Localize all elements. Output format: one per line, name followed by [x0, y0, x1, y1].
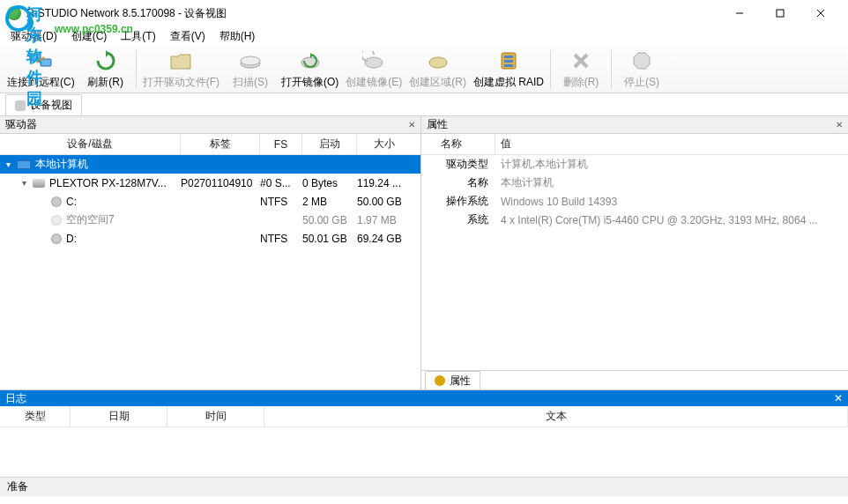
stop-label: 停止(S): [624, 75, 659, 90]
minimize-button[interactable]: [719, 0, 760, 26]
prop-val: Windows 10 Build 14393: [495, 196, 848, 208]
col-size[interactable]: 大小: [357, 134, 412, 154]
row-start: 0 Bytes: [302, 177, 357, 189]
tab-properties[interactable]: 属性: [425, 371, 480, 390]
open-drive-file-button[interactable]: 打开驱动文件(F): [139, 47, 223, 92]
tree-row-disk[interactable]: ▾PLEXTOR PX-128M7V... P02701104910 #0 S.…: [0, 174, 420, 192]
tab-device-view[interactable]: 设备视图: [5, 94, 82, 115]
create-region-button[interactable]: 创建区域(R): [405, 47, 470, 92]
prop-key: 名称: [421, 175, 495, 190]
prop-val: 本地计算机: [495, 175, 848, 190]
remove-button[interactable]: 删除(R): [554, 47, 608, 92]
toolbar-sep: [136, 50, 137, 89]
row-start: 50.01 GB: [302, 233, 357, 245]
app-icon: [7, 6, 21, 20]
properties-pane: 属性 ✕ 名称 值 驱动类型计算机,本地计算机 名称本地计算机 操作系统Wind…: [421, 116, 848, 389]
svg-point-10: [429, 57, 447, 68]
statusbar: 准备: [0, 477, 848, 496]
menu-drive[interactable]: 驱动器(D): [5, 27, 63, 46]
tree-root-local-computer[interactable]: ▾本地计算机: [0, 155, 420, 174]
col-device[interactable]: 设备/磁盘: [0, 134, 181, 154]
maximize-button[interactable]: [760, 0, 800, 26]
log-title: 日志: [5, 391, 26, 406]
drives-header: 驱动器 ✕: [0, 116, 420, 134]
scan-icon: [238, 48, 263, 73]
expander-icon[interactable]: ▾: [19, 178, 29, 188]
prop-key: 驱动类型: [421, 157, 495, 172]
main-tabstrip: 设备视图: [0, 93, 848, 116]
row-size: 119.24 ...: [357, 177, 412, 189]
open-image-button[interactable]: 打开镜像(O): [278, 47, 342, 92]
tree-row-volume-d[interactable]: D: NTFS 50.01 GB 69.24 GB: [0, 229, 420, 248]
tab-properties-label: 属性: [450, 374, 471, 389]
device-view-icon: [15, 100, 26, 111]
row-name: D:: [66, 233, 77, 245]
connect-icon: [28, 48, 53, 73]
tree-row-empty-space[interactable]: 空的空间7 50.00 GB 1.97 MB: [0, 211, 420, 229]
row-size: 69.24 GB: [357, 233, 412, 245]
remove-label: 删除(R): [563, 75, 599, 90]
menu-tools[interactable]: 工具(T): [115, 27, 160, 46]
open-image-icon: [298, 48, 323, 73]
stop-icon: [629, 48, 654, 73]
col-log-time[interactable]: 时间: [167, 406, 264, 426]
row-size: 50.00 GB: [357, 196, 412, 208]
menu-help[interactable]: 帮助(H): [214, 27, 261, 46]
log-columns: 类型 日期 时间 文本: [0, 406, 848, 427]
disk-icon: [33, 179, 45, 188]
properties-icon: [435, 375, 445, 386]
prop-row[interactable]: 驱动类型计算机,本地计算机: [421, 155, 848, 174]
create-virtual-raid-button[interactable]: 创建虚拟 RAID: [470, 47, 547, 92]
menu-create[interactable]: 创建(C): [66, 27, 113, 46]
stop-button[interactable]: 停止(S): [614, 47, 669, 92]
row-start: 50.00 GB: [302, 214, 357, 226]
col-label[interactable]: 标签: [181, 134, 260, 154]
row-start: 2 MB: [302, 196, 357, 208]
prop-key: 系统: [421, 212, 495, 227]
expander-icon[interactable]: ▾: [4, 159, 13, 169]
drives-tree[interactable]: ▾本地计算机 ▾PLEXTOR PX-128M7V... P0270110491…: [0, 155, 420, 389]
raid-icon: [496, 48, 521, 73]
refresh-button[interactable]: 刷新(R): [78, 47, 133, 92]
properties-list[interactable]: 驱动类型计算机,本地计算机 名称本地计算机 操作系统Windows 10 Bui…: [421, 155, 848, 370]
create-image-button[interactable]: 创建镜像(E): [342, 47, 405, 92]
window-title: R-STUDIO Network 8.5.170098 - 设备视图: [26, 6, 719, 21]
open-drive-label: 打开驱动文件(F): [143, 75, 219, 90]
menubar: 驱动器(D) 创建(C) 工具(T) 查看(V) 帮助(H): [0, 26, 848, 46]
properties-close-button[interactable]: ✕: [836, 120, 843, 130]
tree-row-volume-c[interactable]: C: NTFS 2 MB 50.00 GB: [0, 192, 420, 211]
col-log-text[interactable]: 文本: [264, 406, 848, 426]
row-fs: NTFS: [260, 233, 302, 245]
prop-row[interactable]: 名称本地计算机: [421, 174, 848, 192]
tab-device-view-label: 设备视图: [30, 98, 72, 113]
drives-pane: 驱动器 ✕ 设备/磁盘 标签 FS 启动 大小 ▾本地计算机 ▾PLEXTOR …: [0, 116, 421, 389]
log-body[interactable]: [0, 427, 848, 477]
col-prop-name[interactable]: 名称: [421, 134, 495, 154]
connect-remote-button[interactable]: 连接到远程(C): [4, 47, 78, 92]
toolbar-sep: [550, 50, 551, 89]
col-prop-value[interactable]: 值: [495, 134, 848, 154]
prop-row[interactable]: 操作系统Windows 10 Build 14393: [421, 192, 848, 211]
properties-tabstrip: 属性: [421, 370, 848, 389]
prop-row[interactable]: 系统4 x Intel(R) Core(TM) i5-4460 CPU @ 3.…: [421, 211, 848, 229]
connect-label: 连接到远程(C): [7, 75, 75, 90]
titlebar: R-STUDIO Network 8.5.170098 - 设备视图: [0, 0, 848, 26]
svg-point-7: [241, 56, 260, 65]
col-log-type[interactable]: 类型: [0, 406, 71, 426]
volume-icon: [51, 215, 62, 226]
close-button[interactable]: [800, 0, 841, 26]
row-size: 1.97 MB: [357, 214, 412, 226]
scan-button[interactable]: 扫描(S): [223, 47, 278, 92]
open-image-label: 打开镜像(O): [281, 75, 338, 90]
col-start[interactable]: 启动: [302, 134, 357, 154]
col-fs[interactable]: FS: [260, 134, 302, 154]
svg-point-9: [365, 57, 383, 68]
menu-view[interactable]: 查看(V): [165, 27, 211, 46]
log-close-button[interactable]: ✕: [834, 392, 843, 404]
row-name: C:: [66, 196, 77, 208]
drives-title: 驱动器: [5, 117, 37, 132]
remove-icon: [569, 48, 593, 73]
drives-close-button[interactable]: ✕: [408, 120, 415, 130]
col-log-date[interactable]: 日期: [71, 406, 167, 426]
row-fs: #0 S...: [260, 177, 302, 189]
